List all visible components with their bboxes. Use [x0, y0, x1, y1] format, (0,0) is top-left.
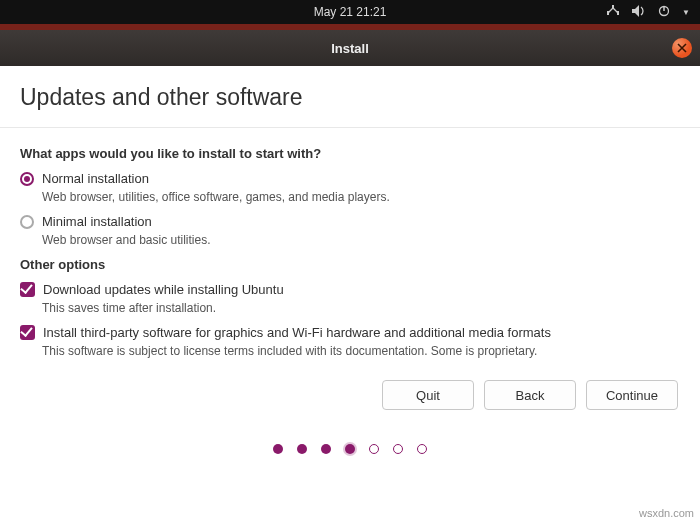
other-options-label: Other options — [20, 257, 680, 272]
progress-dot — [321, 444, 331, 454]
radio-minimal-desc: Web browser and basic utilities. — [42, 233, 680, 247]
progress-dot-current — [345, 444, 355, 454]
radio-icon[interactable] — [20, 172, 34, 186]
progress-dot — [297, 444, 307, 454]
progress-dot — [369, 444, 379, 454]
window-close-button[interactable] — [672, 38, 692, 58]
quit-button[interactable]: Quit — [382, 380, 474, 410]
wizard-progress — [20, 444, 680, 454]
divider — [0, 127, 700, 128]
radio-minimal-install[interactable]: Minimal installation — [20, 214, 680, 229]
checkbox-label: Install third-party software for graphic… — [43, 325, 551, 340]
volume-icon[interactable] — [632, 5, 646, 20]
installer-content: Updates and other software What apps wou… — [0, 66, 700, 454]
watermark: wsxdn.com — [639, 507, 694, 519]
wizard-buttons: Quit Back Continue — [20, 380, 680, 410]
checkbox-icon[interactable] — [20, 325, 35, 340]
window-titlebar: Install — [0, 30, 700, 66]
install-type-question: What apps would you like to install to s… — [20, 146, 680, 161]
panel-tray: ▼ — [606, 5, 690, 20]
checkbox-third-party-desc: This software is subject to license term… — [42, 344, 680, 358]
system-top-panel: May 21 21:21 ▼ — [0, 0, 700, 24]
svg-marker-3 — [632, 5, 639, 17]
checkbox-download-updates-desc: This saves time after installation. — [42, 301, 680, 315]
radio-normal-install[interactable]: Normal installation — [20, 171, 680, 186]
progress-dot — [393, 444, 403, 454]
back-button[interactable]: Back — [484, 380, 576, 410]
chevron-down-icon[interactable]: ▼ — [682, 8, 690, 17]
window-title: Install — [331, 41, 369, 56]
network-icon[interactable] — [606, 5, 620, 20]
power-icon[interactable] — [658, 5, 670, 20]
continue-button[interactable]: Continue — [586, 380, 678, 410]
progress-dot — [417, 444, 427, 454]
checkbox-icon[interactable] — [20, 282, 35, 297]
radio-label: Minimal installation — [42, 214, 152, 229]
radio-icon[interactable] — [20, 215, 34, 229]
radio-normal-desc: Web browser, utilities, office software,… — [42, 190, 680, 204]
checkbox-third-party[interactable]: Install third-party software for graphic… — [20, 325, 680, 340]
page-heading: Updates and other software — [20, 84, 680, 111]
checkbox-download-updates[interactable]: Download updates while installing Ubuntu — [20, 282, 680, 297]
progress-dot — [273, 444, 283, 454]
panel-clock: May 21 21:21 — [314, 5, 387, 19]
checkbox-label: Download updates while installing Ubuntu — [43, 282, 284, 297]
radio-label: Normal installation — [42, 171, 149, 186]
